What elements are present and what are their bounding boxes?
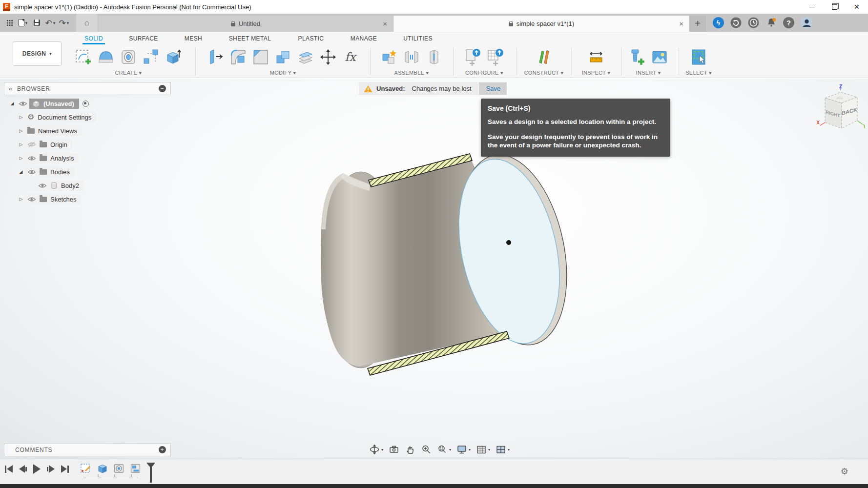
measure-icon[interactable] bbox=[586, 46, 606, 68]
visibility-eye-icon[interactable] bbox=[27, 169, 36, 175]
job-status-icon[interactable] bbox=[730, 17, 742, 28]
tree-row-root[interactable]: ◢ (Unsaved) bbox=[4, 97, 96, 110]
visibility-eye-off-icon[interactable] bbox=[27, 142, 36, 147]
group-label-select[interactable]: SELECT ▾ bbox=[682, 70, 716, 76]
as-built-joint-icon[interactable] bbox=[424, 46, 444, 68]
notifications-icon[interactable] bbox=[765, 17, 777, 28]
activate-radio-icon[interactable] bbox=[83, 101, 89, 107]
expand-icon[interactable]: ▷ bbox=[18, 156, 24, 161]
save-toolbar-button[interactable] bbox=[30, 16, 43, 30]
fillet-icon[interactable] bbox=[228, 46, 248, 68]
visibility-eye-icon[interactable] bbox=[27, 156, 36, 161]
tree-row-analysis[interactable]: ▷ Analysis bbox=[4, 151, 96, 165]
tree-row-origin[interactable]: ▷ Origin bbox=[4, 138, 96, 151]
pan-button[interactable] bbox=[403, 443, 417, 456]
construction-plane-icon[interactable] bbox=[534, 46, 554, 68]
ribbon-tab-sheet-metal[interactable]: SHEET METAL bbox=[227, 34, 273, 43]
document-tab-untitled[interactable]: Untitled × bbox=[98, 16, 393, 32]
ribbon-tab-plastic[interactable]: PLASTIC bbox=[296, 34, 326, 43]
user-avatar[interactable] bbox=[801, 17, 812, 28]
configuration-table-icon[interactable] bbox=[485, 46, 506, 68]
history-icon[interactable] bbox=[748, 17, 759, 28]
revolve-feature-icon[interactable] bbox=[113, 462, 125, 475]
tree-row-bodies[interactable]: ◢ Bodies bbox=[4, 165, 96, 179]
offset-face-icon[interactable] bbox=[295, 46, 316, 68]
redo-button[interactable]: ↷▾ bbox=[58, 16, 70, 30]
group-label-construct[interactable]: CONSTRUCT ▾ bbox=[521, 70, 566, 76]
visibility-eye-icon[interactable] bbox=[38, 183, 47, 188]
view-cube[interactable]: Z X Y TOP RIGHT BACK bbox=[816, 83, 865, 137]
timeline-settings-gear-icon[interactable]: ⚙ bbox=[841, 466, 848, 477]
home-button[interactable]: ⌂ bbox=[76, 14, 98, 32]
display-settings-button[interactable]: ▾ bbox=[455, 443, 473, 456]
tree-row-body2[interactable]: Body2 bbox=[4, 179, 96, 192]
visibility-eye-icon[interactable] bbox=[27, 197, 36, 202]
move-copy-icon[interactable] bbox=[318, 46, 338, 68]
group-label-create[interactable]: CREATE ▾ bbox=[72, 70, 185, 76]
help-icon[interactable]: ? bbox=[783, 17, 794, 28]
new-document-tab-button[interactable]: + bbox=[689, 16, 706, 32]
tab-close-icon[interactable]: × bbox=[679, 20, 683, 28]
expand-icon[interactable]: ◢ bbox=[9, 101, 16, 106]
step-forward-button[interactable] bbox=[47, 465, 55, 473]
origin-point-dot[interactable] bbox=[506, 240, 511, 245]
expand-icon[interactable]: ▷ bbox=[18, 115, 24, 120]
create-sketch-icon[interactable] bbox=[73, 46, 94, 68]
ribbon-tab-solid[interactable]: SOLID bbox=[83, 34, 105, 43]
play-button[interactable] bbox=[33, 464, 41, 474]
add-comment-button[interactable]: + bbox=[159, 446, 166, 453]
undo-button[interactable]: ↶▾ bbox=[44, 16, 57, 30]
timeline-ruler[interactable] bbox=[83, 477, 138, 477]
combine-icon[interactable] bbox=[273, 46, 293, 68]
restore-button[interactable] bbox=[823, 0, 846, 14]
hole-icon[interactable] bbox=[118, 46, 139, 68]
document-tab-active[interactable]: simple spacer v1*(1) × bbox=[393, 16, 689, 32]
new-component-icon[interactable] bbox=[379, 46, 399, 68]
expand-icon[interactable]: ▷ bbox=[18, 197, 24, 202]
viewports-button[interactable]: ▾ bbox=[494, 443, 512, 456]
grid-settings-button[interactable]: ▾ bbox=[474, 443, 492, 456]
close-button[interactable]: × bbox=[846, 0, 868, 14]
orbit-button[interactable]: ▾ bbox=[367, 443, 385, 456]
collapse-browser-icon[interactable]: « bbox=[4, 85, 17, 92]
change-parameters-icon[interactable]: fx bbox=[340, 46, 361, 68]
zoom-window-button[interactable]: ▾ bbox=[435, 443, 453, 456]
group-label-insert[interactable]: INSERT ▾ bbox=[624, 70, 673, 76]
app-grid-icon[interactable] bbox=[3, 16, 16, 30]
ribbon-tab-manage[interactable]: MANAGE bbox=[349, 34, 379, 43]
viewport-canvas[interactable]: « BROWSER − ◢ (Unsaved) ▷ ⚙ Docum bbox=[0, 79, 868, 459]
create-form-icon[interactable] bbox=[96, 46, 116, 68]
joint-icon[interactable] bbox=[401, 46, 422, 68]
visibility-eye-icon[interactable] bbox=[19, 101, 27, 106]
extensions-icon[interactable]: ϟ bbox=[713, 17, 724, 28]
group-label-assemble[interactable]: ASSEMBLE ▾ bbox=[375, 70, 448, 76]
go-to-end-button[interactable] bbox=[61, 465, 69, 473]
group-label-modify[interactable]: MODIFY ▾ bbox=[201, 70, 365, 76]
extrude-feature-icon[interactable] bbox=[96, 462, 109, 475]
tree-row-sketches[interactable]: ▷ Sketches bbox=[4, 192, 96, 206]
group-label-configure[interactable]: CONFIGURE ▾ bbox=[457, 70, 512, 76]
group-label-inspect[interactable]: INSPECT ▾ bbox=[575, 70, 617, 76]
configuration-icon[interactable] bbox=[463, 46, 483, 68]
ribbon-tab-utilities[interactable]: UTILITIES bbox=[401, 34, 434, 43]
chamfer-icon[interactable] bbox=[250, 46, 271, 68]
step-back-button[interactable] bbox=[19, 465, 27, 473]
go-to-start-button[interactable] bbox=[5, 465, 13, 473]
tree-row-named-views[interactable]: ▷ Named Views bbox=[4, 124, 96, 138]
minimize-button[interactable] bbox=[801, 0, 823, 14]
tab-close-icon[interactable]: × bbox=[383, 20, 387, 28]
browser-display-toggle[interactable]: − bbox=[159, 85, 166, 92]
save-button[interactable]: Save bbox=[480, 82, 507, 95]
canvas-icon[interactable] bbox=[649, 46, 670, 68]
ribbon-tab-surface[interactable]: SURFACE bbox=[127, 34, 160, 43]
sketch-feature-icon[interactable] bbox=[80, 462, 92, 475]
ribbon-tab-mesh[interactable]: MESH bbox=[183, 34, 204, 43]
extrude-icon[interactable] bbox=[163, 46, 184, 68]
section-feature-icon[interactable] bbox=[129, 462, 142, 475]
model-body2[interactable] bbox=[0, 79, 868, 459]
pattern-icon[interactable] bbox=[141, 46, 161, 68]
comments-panel-header[interactable]: COMMENTS + bbox=[4, 443, 171, 456]
expand-icon[interactable]: ▷ bbox=[18, 142, 24, 147]
select-icon[interactable] bbox=[688, 46, 709, 68]
tree-row-document-settings[interactable]: ▷ ⚙ Document Settings bbox=[4, 110, 96, 124]
